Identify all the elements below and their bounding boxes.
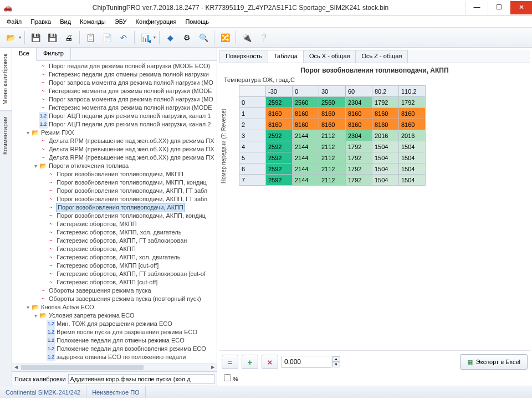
cell[interactable]: 1792 <box>399 97 426 108</box>
tree-item[interactable]: Гистерезис оборотов, МКПП <box>16 220 217 228</box>
tree-item[interactable]: 1.2Порог АЦП педали для режима полной на… <box>16 120 217 129</box>
cell[interactable]: 1792 <box>346 141 372 152</box>
tree-item[interactable]: Гистерезис оборотов, МКПП, хол. двигател… <box>16 228 217 237</box>
cell[interactable]: 1504 <box>372 175 399 186</box>
tree-item[interactable]: Дельта RPM (превышение над жел.об.ХХ) дл… <box>16 154 217 162</box>
tree-item[interactable]: ▾📂Режим ПХХ <box>16 129 217 137</box>
tree-item[interactable]: Дельта RPM (превышение над жел.об.ХХ) дл… <box>16 145 217 154</box>
cell[interactable]: 2144 <box>293 175 319 186</box>
tree-item[interactable]: 1.2Положение педали для отмены режима EC… <box>16 336 217 345</box>
cell[interactable]: 8160 <box>399 119 426 130</box>
cell[interactable]: 1792 <box>346 163 372 175</box>
menu-edit[interactable]: Правка <box>26 17 55 26</box>
cell[interactable]: 2560 <box>319 97 346 108</box>
cell[interactable]: 8160 <box>266 108 293 119</box>
maximize-button[interactable]: ☐ <box>488 1 510 14</box>
tree-item[interactable]: Гистерезис оборотов, АКПП [cut-off] <box>16 278 217 287</box>
tree-item[interactable]: Обороты завершения режима пуска <box>16 287 217 295</box>
tree-item[interactable]: Гистерезис момента для режима полной наг… <box>16 104 217 112</box>
tab-surface[interactable]: Поверхность <box>219 50 268 63</box>
value-input[interactable] <box>282 356 331 368</box>
tab-axis-z[interactable]: Ось Z - общая <box>355 50 408 63</box>
tree-item[interactable]: Порог возобновления топливоподачи, МКПП,… <box>16 178 217 187</box>
vtab-calibrations[interactable]: Меню калибровок <box>0 48 12 110</box>
save-icon[interactable]: 💾 <box>28 30 43 45</box>
search-input[interactable] <box>68 374 214 384</box>
tree-item[interactable]: Порог запроса момента для режима полной … <box>16 79 217 87</box>
connect-icon[interactable]: 🔌 <box>239 30 254 45</box>
reset-map-icon[interactable]: 📊 <box>138 30 152 45</box>
spin-down[interactable]: ▼ <box>332 362 340 367</box>
menu-help[interactable]: Помощь <box>181 17 213 26</box>
cell[interactable]: 1792 <box>346 152 372 163</box>
vtab-comments[interactable]: Комментарии <box>0 110 12 160</box>
data-table[interactable]: -300306080,2110,202592256025602304179217… <box>239 85 426 186</box>
tab-filter[interactable]: Фильтр <box>37 48 71 60</box>
cell[interactable]: 8160 <box>266 119 293 130</box>
cell[interactable]: 2112 <box>319 175 346 186</box>
cell[interactable]: 2112 <box>319 152 346 163</box>
cell[interactable]: 2560 <box>293 97 319 108</box>
export-excel-button[interactable]: ▦ Экспорт в Excel <box>460 354 528 370</box>
cell[interactable]: 2144 <box>293 152 319 163</box>
tree-item[interactable]: ▾📂Пороги отключения топлива <box>16 162 217 170</box>
cell[interactable]: 1504 <box>372 152 399 163</box>
cell[interactable]: 2016 <box>372 130 399 141</box>
cell[interactable]: 2144 <box>293 163 319 175</box>
tree-item[interactable]: Порог педали для режима полной нагрузки … <box>16 62 217 70</box>
tree-item[interactable]: Порог возобновления топливоподачи, АКПП,… <box>16 195 217 203</box>
tree-item[interactable]: ▾📂Кнопка Active ECO <box>16 303 217 311</box>
tree-item[interactable]: 1.2задержка отмены ECO по положению педа… <box>16 353 217 361</box>
tree-item[interactable]: Гистерезис оборотов, МКПП [cut-off] <box>16 262 217 270</box>
copy-icon[interactable]: 📋 <box>83 30 98 45</box>
cell[interactable]: 2016 <box>399 130 426 141</box>
tree-item[interactable]: Гистерезис момента для режима полной наг… <box>16 87 217 95</box>
cell[interactable]: 2592 <box>266 141 293 152</box>
cell[interactable]: 1504 <box>399 152 426 163</box>
tree-hscrollbar[interactable]: ◀▶ <box>12 364 217 371</box>
tree-item[interactable]: Порог возобновления топливоподачи, МКПП <box>16 170 217 178</box>
spin-up[interactable]: ▲ <box>332 356 340 362</box>
calibration-tree[interactable]: Порог педали для режима полной нагрузки … <box>12 61 217 364</box>
cell[interactable]: 8160 <box>399 108 426 119</box>
menu-file[interactable]: Файл <box>2 17 26 26</box>
multiply-button[interactable]: × <box>262 355 278 369</box>
tree-item[interactable]: Гистерезис оборотов, АКПП, хол. двигател… <box>16 253 217 262</box>
cell[interactable]: 8160 <box>372 119 399 130</box>
cell[interactable]: 8160 <box>346 108 372 119</box>
cell[interactable]: 2112 <box>319 163 346 175</box>
cell[interactable]: 2592 <box>266 130 293 141</box>
gear-icon[interactable]: ⚙ <box>180 30 194 45</box>
compare-icon[interactable]: 🔀 <box>218 30 232 45</box>
cell[interactable]: 8160 <box>346 119 372 130</box>
zoom-icon[interactable]: 🔍 <box>196 30 211 45</box>
cell[interactable]: 1792 <box>346 175 372 186</box>
undo-icon[interactable]: ↶ <box>116 30 131 45</box>
tree-item[interactable]: 1.2Положение педали для возобновления ре… <box>16 345 217 353</box>
cell[interactable]: 2144 <box>293 130 319 141</box>
tree-item[interactable]: ▾📂Условия запрета режима ECO <box>16 311 217 320</box>
cell[interactable]: 8160 <box>372 108 399 119</box>
menu-commands[interactable]: Команды <box>75 17 110 26</box>
tree-item[interactable]: Порог возобновления топливоподачи, АКПП,… <box>16 212 217 220</box>
tab-table[interactable]: Таблица <box>268 50 304 63</box>
close-button[interactable]: ✕ <box>510 1 532 14</box>
tree-item[interactable]: Порог возобновления топливоподачи, АКПП,… <box>16 187 217 195</box>
tree-item[interactable]: Обороты завершения режима пуска (повторн… <box>16 295 217 303</box>
tree-item[interactable]: Гистерезис оборотов, АКПП, ГТ заблокиров… <box>16 270 217 278</box>
cell[interactable]: 2592 <box>266 97 293 108</box>
cell[interactable]: 2592 <box>266 152 293 163</box>
tree-item[interactable]: Порог возобновления топливоподачи, АКПП <box>16 203 217 212</box>
print-icon[interactable]: 🖨 <box>62 30 76 45</box>
menu-view[interactable]: Вид <box>55 17 75 26</box>
cell[interactable]: 1504 <box>399 163 426 175</box>
cell[interactable]: 2304 <box>346 130 372 141</box>
tree-item[interactable]: 1.2Время после пуска для разрешения режи… <box>16 328 217 336</box>
cell[interactable]: 1504 <box>399 141 426 152</box>
menu-config[interactable]: Конфигурация <box>131 17 181 26</box>
cell[interactable]: 8160 <box>319 119 346 130</box>
cell[interactable]: 1504 <box>372 141 399 152</box>
diamond-icon[interactable]: ◆ <box>163 30 177 45</box>
save-as-icon[interactable]: 💾 <box>45 30 59 45</box>
tree-item[interactable]: Порог запроса момента для режима полной … <box>16 95 217 104</box>
